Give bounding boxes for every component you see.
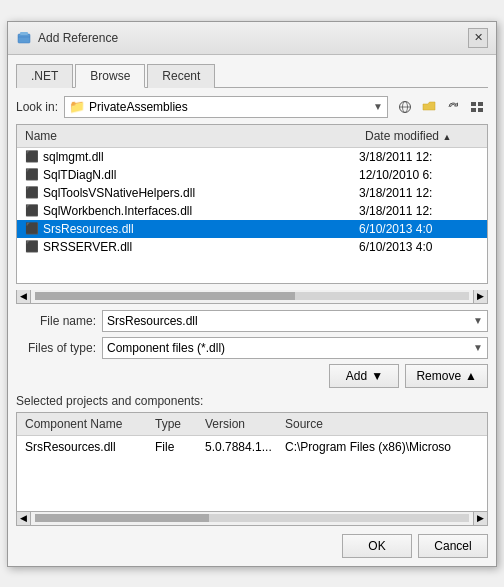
toolbar-web-icon[interactable] bbox=[394, 96, 416, 118]
hscroll-right-btn[interactable]: ▶ bbox=[473, 290, 487, 303]
svg-rect-1 bbox=[20, 32, 28, 35]
cancel-button[interactable]: Cancel bbox=[418, 534, 488, 558]
file-list-hscrollbar[interactable]: ◀ ▶ bbox=[16, 290, 488, 304]
file-date: 3/18/2011 12: bbox=[359, 204, 479, 218]
list-item[interactable]: ⬛ SRSSERVER.dll 6/10/2013 4:0 bbox=[17, 238, 487, 256]
tab-browse[interactable]: Browse bbox=[75, 64, 145, 88]
files-of-type-select[interactable]: Component files (*.dll) ▼ bbox=[102, 337, 488, 359]
dialog-icon bbox=[16, 30, 32, 46]
file-date: 6/10/2013 4:0 bbox=[359, 222, 479, 236]
col-header-source: Source bbox=[277, 415, 487, 433]
file-name: SqlToolsVSNativeHelpers.dll bbox=[43, 186, 355, 200]
hscroll-left-btn[interactable]: ◀ bbox=[17, 290, 31, 303]
file-list-container: Name Date modified ▲ ⬛ sqlmgmt.dll 3/18/… bbox=[16, 124, 488, 284]
file-list-header: Name Date modified ▲ bbox=[17, 125, 487, 148]
selected-table: Component Name Type Version Source SrsRe… bbox=[16, 412, 488, 512]
tab-dotnet[interactable]: .NET bbox=[16, 64, 73, 88]
hscroll-thumb[interactable] bbox=[35, 292, 295, 300]
look-in-dropdown-arrow: ▼ bbox=[373, 101, 383, 112]
add-button[interactable]: Add ▼ bbox=[329, 364, 399, 388]
dialog-body: .NET Browse Recent Look in: 📁 PrivateAss… bbox=[8, 55, 496, 566]
add-dropdown-arrow: ▼ bbox=[371, 369, 383, 383]
dll-icon: ⬛ bbox=[25, 186, 39, 199]
action-btn-row: Add ▼ Remove ▲ bbox=[16, 364, 488, 388]
file-name: SqlTDiagN.dll bbox=[43, 168, 355, 182]
dialog-title: Add Reference bbox=[38, 31, 118, 45]
col-header-date: Date modified ▲ bbox=[357, 127, 487, 145]
cell-type: File bbox=[147, 438, 197, 456]
look-in-value: PrivateAssemblies bbox=[89, 100, 188, 114]
svg-rect-8 bbox=[471, 108, 476, 112]
file-name-row: File name: SrsResources.dll ▼ bbox=[16, 310, 488, 332]
file-name-label: File name: bbox=[16, 314, 96, 328]
file-name: sqlmgmt.dll bbox=[43, 150, 355, 164]
list-item[interactable]: ⬛ SrsResources.dll 6/10/2013 4:0 bbox=[17, 220, 487, 238]
svg-rect-7 bbox=[478, 102, 483, 106]
hscroll-track bbox=[35, 292, 469, 300]
file-list: ⬛ sqlmgmt.dll 3/18/2011 12: ⬛ SqlTDiagN.… bbox=[17, 148, 487, 283]
selected-hscrollbar[interactable]: ◀ ▶ bbox=[16, 512, 488, 526]
files-of-type-dropdown-arrow: ▼ bbox=[473, 342, 483, 353]
file-date: 3/18/2011 12: bbox=[359, 150, 479, 164]
file-date: 12/10/2010 6: bbox=[359, 168, 479, 182]
look-in-select[interactable]: 📁 PrivateAssemblies ▼ bbox=[64, 96, 388, 118]
toolbar-view-icon[interactable] bbox=[466, 96, 488, 118]
bottom-hscroll-right-btn[interactable]: ▶ bbox=[473, 512, 487, 525]
ok-cancel-row: OK Cancel bbox=[16, 534, 488, 558]
cell-version: 5.0.7884.1... bbox=[197, 438, 277, 456]
files-of-type-label: Files of type: bbox=[16, 341, 96, 355]
dll-icon: ⬛ bbox=[25, 150, 39, 163]
tab-bar: .NET Browse Recent bbox=[16, 63, 488, 88]
folder-icon: 📁 bbox=[69, 99, 85, 114]
files-of-type-value: Component files (*.dll) bbox=[107, 341, 225, 355]
svg-rect-0 bbox=[18, 34, 30, 43]
toolbar-refresh-icon[interactable] bbox=[442, 96, 464, 118]
svg-rect-6 bbox=[471, 102, 476, 106]
col-header-version: Version bbox=[197, 415, 277, 433]
file-name-value: SrsResources.dll bbox=[107, 314, 198, 328]
add-reference-dialog: Add Reference ✕ .NET Browse Recent Look … bbox=[7, 21, 497, 567]
look-in-row: Look in: 📁 PrivateAssemblies ▼ bbox=[16, 96, 488, 118]
dll-icon: ⬛ bbox=[25, 168, 39, 181]
selected-section-label: Selected projects and components: bbox=[16, 394, 488, 408]
col-header-name: Name bbox=[17, 127, 357, 145]
table-row[interactable]: SrsResources.dll File 5.0.7884.1... C:\P… bbox=[17, 436, 487, 458]
col-header-type: Type bbox=[147, 415, 197, 433]
title-bar: Add Reference ✕ bbox=[8, 22, 496, 55]
toolbar-folder-icon[interactable] bbox=[418, 96, 440, 118]
remove-dropdown-arrow: ▲ bbox=[465, 369, 477, 383]
file-name: SrsResources.dll bbox=[43, 222, 355, 236]
file-name-input[interactable]: SrsResources.dll ▼ bbox=[102, 310, 488, 332]
files-of-type-row: Files of type: Component files (*.dll) ▼ bbox=[16, 337, 488, 359]
list-item[interactable]: ⬛ SqlWorkbench.Interfaces.dll 3/18/2011 … bbox=[17, 202, 487, 220]
dll-icon: ⬛ bbox=[25, 240, 39, 253]
tab-recent[interactable]: Recent bbox=[147, 64, 215, 88]
file-date: 3/18/2011 12: bbox=[359, 186, 479, 200]
svg-rect-9 bbox=[478, 108, 483, 112]
cell-source: C:\Program Files (x86)\Microso bbox=[277, 438, 487, 456]
dll-icon: ⬛ bbox=[25, 204, 39, 217]
file-date: 6/10/2013 4:0 bbox=[359, 240, 479, 254]
dll-icon: ⬛ bbox=[25, 222, 39, 235]
close-button[interactable]: ✕ bbox=[468, 28, 488, 48]
cell-component: SrsResources.dll bbox=[17, 438, 147, 456]
list-item[interactable]: ⬛ sqlmgmt.dll 3/18/2011 12: bbox=[17, 148, 487, 166]
list-item[interactable]: ⬛ SqlTDiagN.dll 12/10/2010 6: bbox=[17, 166, 487, 184]
remove-button[interactable]: Remove ▲ bbox=[405, 364, 488, 388]
file-name-dropdown-arrow: ▼ bbox=[473, 315, 483, 326]
file-name: SRSSERVER.dll bbox=[43, 240, 355, 254]
bottom-hscroll-thumb[interactable] bbox=[35, 514, 209, 522]
file-name: SqlWorkbench.Interfaces.dll bbox=[43, 204, 355, 218]
col-header-component: Component Name bbox=[17, 415, 147, 433]
selected-table-header: Component Name Type Version Source bbox=[17, 413, 487, 436]
list-item[interactable]: ⬛ SqlToolsVSNativeHelpers.dll 3/18/2011 … bbox=[17, 184, 487, 202]
ok-button[interactable]: OK bbox=[342, 534, 412, 558]
look-in-label: Look in: bbox=[16, 100, 58, 114]
toolbar-icons bbox=[394, 96, 488, 118]
bottom-hscroll-left-btn[interactable]: ◀ bbox=[17, 512, 31, 525]
bottom-hscroll-track bbox=[35, 514, 469, 522]
